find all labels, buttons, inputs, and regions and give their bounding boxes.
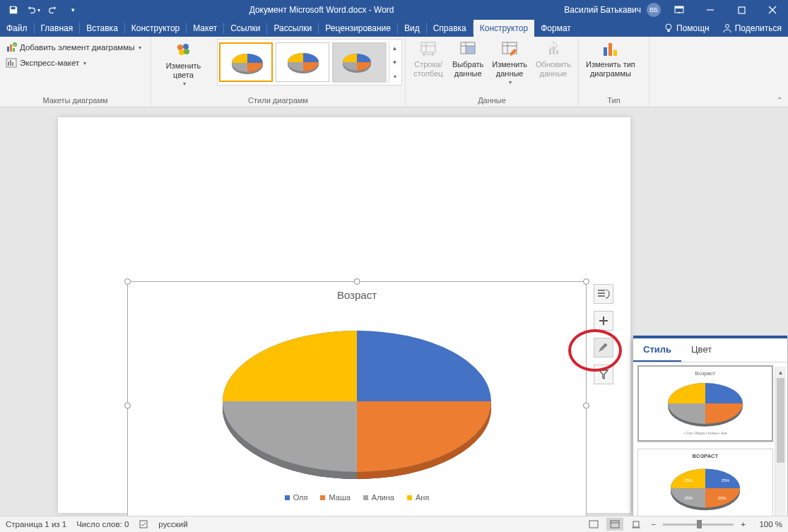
pie-chart[interactable] — [128, 309, 586, 486]
chart-filters-button[interactable] — [594, 365, 613, 384]
zoom-out-button[interactable]: − — [649, 520, 659, 528]
status-page[interactable]: Страница 1 из 1 — [6, 520, 66, 528]
tab-file[interactable]: Файл — [0, 20, 34, 37]
resize-handle-t[interactable] — [354, 278, 360, 285]
qat-customize[interactable]: ▾ — [64, 1, 82, 18]
flyout-tab-style[interactable]: Стиль — [633, 338, 681, 362]
legend-swatch — [320, 495, 325, 500]
svg-point-18 — [177, 45, 183, 50]
share-button[interactable]: Поделиться — [716, 20, 788, 37]
scroll-thumb[interactable] — [777, 378, 784, 463]
chart-object[interactable]: Возраст Оля Маша Алина Аня — [127, 281, 587, 516]
chart-styles-gallery: ▲ ▼ ▾ — [217, 39, 402, 85]
change-chart-type-button[interactable]: Изменить тип диаграммы — [582, 39, 640, 79]
layout-options-button[interactable] — [594, 284, 613, 304]
zoom-in-button[interactable]: + — [738, 520, 748, 528]
resize-handle-tr[interactable] — [583, 278, 589, 285]
style-thumb-2[interactable] — [276, 42, 329, 82]
tell-me-button[interactable]: Помощн — [657, 20, 716, 37]
svg-rect-43 — [608, 43, 612, 56]
tab-references[interactable]: Ссылки — [224, 20, 266, 37]
flyout-tab-color[interactable]: Цвет — [681, 338, 722, 362]
status-word-count[interactable]: Число слов: 0 — [76, 520, 129, 528]
view-focus-button[interactable] — [585, 518, 602, 531]
svg-rect-11 — [13, 48, 15, 52]
chart-legend[interactable]: Оля Маша Алина Аня — [128, 493, 586, 502]
chart-title[interactable]: Возраст — [128, 282, 586, 301]
svg-point-20 — [179, 49, 184, 55]
svg-text:• Оля  • Маша  • Алина  • Аня: • Оля • Маша • Алина • Аня — [684, 432, 727, 435]
svg-rect-7 — [668, 30, 670, 32]
proofing-icon[interactable] — [139, 519, 148, 529]
flyout-style-2[interactable]: ВОЗРАСТ 25%25% 25%25% — [637, 449, 773, 516]
flyout-tabs: Стиль Цвет — [633, 338, 787, 362]
view-web-button[interactable] — [628, 518, 645, 531]
style-thumb-1[interactable] — [219, 42, 273, 82]
thumb-title: Возраст — [695, 370, 716, 377]
ribbon: + Добавить элемент диаграммы▾ Экспресс-м… — [0, 37, 788, 107]
svg-rect-16 — [10, 60, 11, 66]
group-label-styles: Стили диаграмм — [154, 95, 402, 107]
paintbrush-icon — [597, 342, 610, 353]
resize-handle-r[interactable] — [583, 403, 589, 409]
collapse-ribbon-button[interactable]: ⌃ — [777, 96, 782, 104]
chart-elements-button[interactable] — [594, 311, 613, 331]
tab-constructor[interactable]: Конструктор — [125, 20, 186, 37]
zoom-level[interactable]: 100 % — [753, 520, 782, 528]
zoom-knob[interactable] — [697, 520, 702, 528]
status-bar: Страница 1 из 1 Число слов: 0 русский − … — [0, 516, 788, 532]
tab-help[interactable]: Справка — [427, 20, 473, 37]
svg-rect-70 — [633, 521, 639, 527]
tab-review[interactable]: Рецензирование — [319, 20, 397, 37]
flyout-style-1[interactable]: Возраст • Оля • Маша • Алина • Аня — [637, 365, 773, 442]
legend-item: Алина — [363, 493, 394, 502]
add-chart-element-button[interactable]: + Добавить элемент диаграммы▾ — [3, 40, 144, 54]
svg-text:+: + — [14, 42, 16, 47]
ribbon-group-type: Изменить тип диаграммы Тип — [579, 37, 649, 107]
undo-button[interactable]: ▾ — [24, 1, 42, 18]
select-data-button[interactable]: Выбрать данные — [448, 39, 488, 79]
svg-rect-66 — [140, 521, 147, 528]
tab-chart-design[interactable]: Конструктор — [474, 20, 534, 37]
quick-layout-button[interactable]: Экспресс-макет▾ — [3, 56, 89, 70]
user-area[interactable]: Василий Батькавич ВБ — [564, 3, 661, 17]
svg-text:25%: 25% — [685, 478, 694, 483]
tab-insert[interactable]: Вставка — [80, 20, 124, 37]
maximize-button[interactable] — [726, 0, 757, 20]
add-element-icon: + — [6, 42, 17, 53]
style-thumb-3[interactable] — [332, 42, 386, 82]
zoom-slider[interactable] — [663, 524, 734, 526]
ribbon-display-options[interactable] — [664, 0, 695, 20]
close-button[interactable] — [757, 0, 788, 20]
group-label-layouts: Макеты диаграмм — [3, 95, 148, 107]
tab-home[interactable]: Главная — [35, 20, 80, 37]
quick-layout-icon — [6, 57, 17, 69]
minimize-button[interactable] — [695, 0, 726, 20]
chart-type-icon — [601, 40, 621, 59]
scroll-up[interactable]: ▲ — [775, 367, 786, 378]
resize-handle-l[interactable] — [124, 403, 131, 409]
status-language[interactable]: русский — [158, 520, 187, 528]
gallery-scroll-up[interactable]: ▲ — [389, 41, 400, 55]
view-print-button[interactable] — [606, 518, 623, 531]
layout-icon — [597, 288, 610, 300]
tab-layout[interactable]: Макет — [187, 20, 223, 37]
change-colors-button[interactable]: Изменить цвета▾ — [154, 39, 213, 88]
legend-item: Оля — [285, 493, 308, 502]
gallery-scroll-down[interactable]: ▼ — [389, 55, 400, 69]
scroll-track[interactable] — [775, 378, 786, 516]
flyout-scrollbar[interactable]: ▲ ▼ — [775, 367, 786, 516]
edit-data-button[interactable]: Изменить данные▾ — [488, 39, 531, 87]
tab-format[interactable]: Формат — [534, 20, 577, 37]
resize-handle-tl[interactable] — [124, 278, 131, 285]
gallery-more[interactable]: ▾ — [389, 69, 400, 83]
chart-styles-flyout: Стиль Цвет Возраст • Оля • Маша • Алина … — [633, 338, 788, 516]
tab-view[interactable]: Вид — [398, 20, 426, 37]
save-button[interactable] — [4, 1, 23, 18]
flyout-body: Возраст • Оля • Маша • Алина • Аня ВОЗРА… — [637, 365, 773, 516]
redo-button[interactable] — [44, 1, 62, 18]
svg-rect-68 — [611, 521, 619, 528]
chart-styles-button[interactable] — [594, 338, 613, 357]
tab-mailings[interactable]: Рассылки — [267, 20, 318, 37]
svg-point-21 — [184, 49, 189, 54]
